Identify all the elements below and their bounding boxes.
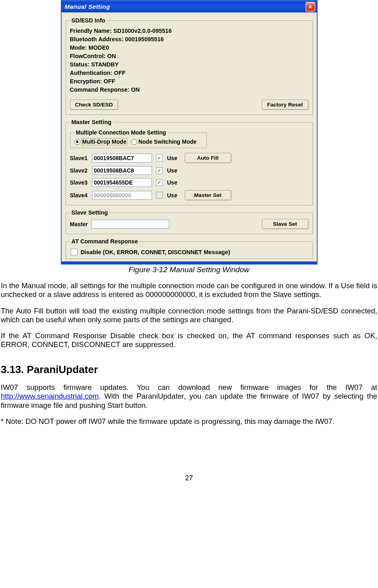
encryption-label: Encryption: [70, 78, 102, 84]
multi-drop-label: Multi-Drop Mode [82, 138, 127, 145]
check-sd-esd-button[interactable]: Check SD/ESD [70, 100, 118, 110]
disable-at-label: Disable (OK, ERROR, CONNET, DISCONNET Me… [81, 249, 230, 255]
slave4-use-checkbox[interactable] [156, 192, 163, 199]
page-number: 27 [0, 474, 378, 486]
slave3-use-checkbox[interactable] [156, 179, 163, 186]
slave-setting-legend: Slave Setting [70, 209, 110, 216]
status-value: STANDBY [91, 61, 119, 68]
slave1-input[interactable] [92, 154, 152, 163]
slave4-use-label: Use [167, 192, 183, 199]
authentication-label: Authentication: [70, 70, 112, 76]
figure-caption: Figure 3-12 Manual Setting Window [0, 265, 378, 274]
command-response-label: Command Response: [70, 86, 130, 93]
disable-at-checkbox[interactable] [71, 249, 78, 255]
dialog-bottom-border [62, 261, 317, 264]
bt-address-label: Bluetooth Address: [70, 36, 124, 42]
flowcontrol-label: FlowControl: [70, 53, 106, 59]
flowcontrol-value: ON [107, 53, 116, 59]
paragraph-5: * Note: DO NOT power off IW07 while the … [0, 417, 378, 426]
slave2-use-label: Use [167, 167, 183, 174]
manual-setting-dialog: Manual Setting × SD/ESD Info Friendly Na… [61, 0, 318, 265]
paragraph-3: If the AT Command Response Disable check… [0, 331, 378, 349]
connection-mode-group: Multiple Connection Mode Setting Multi-D… [70, 129, 207, 148]
mode-value: MODE0 [88, 44, 109, 51]
master-label: Master [70, 221, 88, 227]
friendly-name-value: SD1000v2.0.0-095516 [113, 28, 172, 34]
authentication-value: OFF [114, 70, 126, 76]
slave2-label: Slave2 [70, 167, 92, 174]
master-setting-legend: Master Setting [70, 119, 113, 125]
multi-drop-radio[interactable] [74, 139, 80, 145]
node-switching-radio[interactable] [131, 139, 137, 145]
sena-link[interactable]: http://www.senaindustrial.com [1, 392, 99, 400]
slave4-input[interactable] [92, 191, 152, 200]
paragraph-2: The Auto Fill button will load the exist… [0, 307, 378, 324]
command-response-value: ON [131, 86, 140, 93]
at-command-group: AT Command Response Disable (OK, ERROR, … [66, 238, 313, 259]
at-command-legend: AT Command Response [70, 238, 140, 245]
slave2-use-checkbox[interactable] [156, 167, 163, 174]
mode-label: Mode: [70, 44, 87, 51]
section-heading: 3.13. ParaniUpdater [0, 363, 378, 376]
friendly-name-label: Friendly Name: [70, 28, 112, 34]
close-icon[interactable]: × [306, 2, 315, 12]
sd-esd-info-text: Friendly Name: SD1000v2.0.0-095516 Bluet… [70, 27, 308, 94]
sd-esd-info-group: SD/ESD Info Friendly Name: SD1000v2.0.0-… [66, 17, 313, 115]
slave2-input[interactable] [92, 166, 152, 175]
slave3-label: Slave3 [70, 179, 92, 186]
slave-setting-group: Slave Setting Master Slave Set [66, 209, 313, 234]
connection-mode-legend: Multiple Connection Mode Setting [74, 129, 168, 136]
paragraph-1: In the Manual mode, all settings for the… [0, 281, 378, 299]
status-label: Status: [70, 61, 90, 68]
slave1-use-label: Use [167, 155, 183, 161]
slave4-label: Slave4 [70, 192, 92, 199]
slave1-use-checkbox[interactable] [156, 155, 163, 161]
window-title: Manual Setting [65, 3, 110, 10]
slave1-label: Slave1 [70, 155, 92, 161]
titlebar[interactable]: Manual Setting × [62, 1, 317, 12]
encryption-value: OFF [104, 78, 115, 84]
slave3-input[interactable] [92, 178, 152, 187]
factory-reset-button[interactable]: Factory Reset [262, 100, 308, 110]
auto-fill-button[interactable]: Auto Fill [185, 153, 231, 163]
paragraph-4: IW07 supports firmware updates. You can … [0, 383, 378, 410]
paragraph-4a: IW07 supports firmware updates. You can … [1, 383, 377, 391]
bt-address-value: 000195095516 [125, 36, 164, 42]
master-input[interactable] [91, 220, 169, 229]
master-set-button[interactable]: Master Set [185, 190, 231, 200]
slave3-use-label: Use [167, 179, 183, 186]
slave-set-button[interactable]: Slave Set [262, 219, 308, 229]
master-setting-group: Master Setting Multiple Connection Mode … [66, 119, 313, 205]
sd-esd-info-legend: SD/ESD Info [70, 17, 107, 24]
node-switching-label: Node Switching Mode [138, 138, 196, 145]
